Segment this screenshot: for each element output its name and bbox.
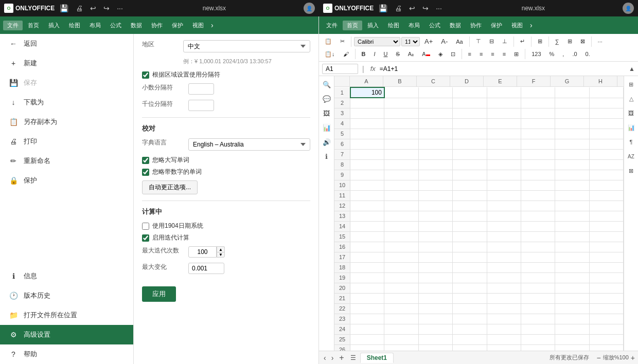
right-undo-btn[interactable]: ↩ [407, 3, 417, 13]
subscript-btn[interactable]: A₂ [404, 49, 417, 59]
left-tab-view[interactable]: 视图 [188, 21, 208, 30]
ignore-uppercase-checkbox[interactable] [142, 157, 149, 164]
align-right-btn[interactable]: ≡ [487, 49, 498, 59]
left-tab-insert[interactable]: 插入 [44, 21, 64, 30]
decimal-sep-input[interactable] [188, 83, 214, 95]
right-tab-layout[interactable]: 布局 [404, 21, 424, 30]
cell-h1[interactable] [589, 87, 623, 98]
iterative-checkbox[interactable] [142, 234, 149, 242]
italic-btn[interactable]: I [370, 49, 379, 59]
decimal-inc-btn[interactable]: .0 [569, 49, 580, 59]
right-tab-data[interactable]: 数据 [446, 21, 465, 30]
right-print-btn[interactable]: 🖨 [393, 3, 404, 13]
left-tab-formula[interactable]: 公式 [106, 21, 126, 30]
percent-btn[interactable]: % [546, 49, 558, 59]
right-tab-formula[interactable]: 公式 [425, 21, 445, 30]
right-table-btn[interactable]: ⊞ [625, 78, 637, 90]
use-separator-checkbox[interactable] [142, 71, 149, 79]
cell-d1[interactable] [453, 87, 487, 98]
cell-f1[interactable] [521, 87, 555, 98]
right-save-btn[interactable]: 💾 [377, 3, 389, 13]
clear-btn[interactable]: ⊠ [577, 37, 589, 46]
font-size-select[interactable]: 11 [401, 37, 420, 46]
right-tab-file[interactable]: 文件 [322, 21, 342, 30]
right-tab-collab[interactable]: 协作 [466, 21, 486, 30]
max-iter-up[interactable]: ▲ [217, 246, 225, 252]
chart-sidebar-btn[interactable]: 📊 [321, 121, 333, 134]
dict-lang-select[interactable]: English – Australia [188, 138, 310, 151]
border-btn[interactable]: ⊡ [447, 49, 459, 59]
zoom-in-btn[interactable]: + [631, 354, 635, 362]
ignore-numbers-checkbox[interactable] [142, 169, 149, 176]
left-print-btn[interactable]: 🖨 [74, 3, 85, 13]
left-redo-btn[interactable]: ↪ [101, 3, 112, 13]
cell-c1[interactable] [418, 87, 452, 98]
sidebar-item-new[interactable]: + 新建 [0, 53, 133, 73]
max-change-input[interactable] [188, 263, 224, 274]
right-more-btn[interactable]: ··· [434, 3, 444, 13]
right-table2-btn[interactable]: ⊠ [625, 165, 637, 177]
left-tab-more[interactable]: › [209, 21, 216, 29]
formula-input[interactable] [380, 65, 627, 72]
region-select[interactable]: 中文 [183, 40, 310, 52]
sheet-tab-1[interactable]: Sheet1 [360, 353, 394, 363]
clipboard-btn[interactable]: 📋 [321, 37, 335, 46]
merge-btn[interactable]: ⊞ [534, 37, 546, 46]
formula-expand-btn[interactable]: ▲ [629, 65, 635, 72]
right-az-btn[interactable]: AZ [625, 150, 637, 162]
left-save-btn[interactable]: 💾 [58, 3, 70, 13]
right-tab-more[interactable]: › [528, 21, 535, 29]
info-sidebar-btn[interactable]: ℹ [321, 150, 333, 162]
max-iter-down[interactable]: ▼ [217, 252, 225, 258]
speaker-sidebar-btn[interactable]: 🔊 [321, 136, 333, 148]
search-sidebar-btn[interactable]: 🔍 [321, 78, 333, 90]
cell-e1[interactable] [487, 87, 521, 98]
left-tab-data[interactable]: 数据 [127, 21, 146, 30]
cell-a1[interactable]: 100 [350, 87, 384, 98]
max-iter-input[interactable] [188, 246, 217, 258]
align-left-btn[interactable]: ≡ [465, 49, 475, 59]
scroll-left-tab-btn[interactable]: ‹ [322, 354, 328, 362]
highlight-btn[interactable]: ◈ [435, 49, 446, 59]
sidebar-item-print[interactable]: 🖨 打印 [0, 132, 133, 151]
font-increase-btn[interactable]: A+ [421, 36, 436, 47]
font-family-select[interactable]: Calibri [354, 37, 400, 46]
font-color-btn[interactable]: A [418, 49, 433, 59]
bold-btn[interactable]: B [358, 49, 369, 59]
left-tab-protect[interactable]: 保护 [168, 21, 187, 30]
sheet-list-btn[interactable]: ☰ [348, 354, 358, 361]
right-chart-btn[interactable]: 📊 [625, 121, 637, 134]
right-shapes-btn[interactable]: △ [625, 93, 637, 105]
right-tab-home[interactable]: 首页 [343, 21, 362, 30]
paste-special-btn[interactable]: 📋↓ [321, 49, 339, 59]
align-top-btn[interactable]: ⊤ [472, 37, 485, 46]
number-format-btn[interactable]: 123 [528, 49, 544, 59]
sum-btn[interactable]: ∑ [552, 37, 563, 46]
apply-button[interactable]: 应用 [142, 286, 176, 302]
comment-sidebar-btn[interactable]: 💬 [321, 93, 333, 105]
right-para-btn[interactable]: ¶ [625, 136, 637, 148]
left-more-btn[interactable]: ··· [115, 3, 125, 13]
align-middle-btn[interactable]: ⊟ [486, 37, 498, 46]
thousands-sep-input[interactable] [188, 100, 214, 111]
cell-ref-input[interactable] [322, 64, 358, 74]
strikethrough-btn[interactable]: S [392, 49, 403, 59]
sidebar-item-info[interactable]: ℹ 信息 [0, 266, 133, 286]
scroll-right-tab-btn[interactable]: › [330, 354, 335, 362]
right-tab-draw[interactable]: 绘图 [384, 21, 403, 30]
sidebar-item-help[interactable]: ? 帮助 [0, 344, 133, 364]
right-tab-insert[interactable]: 插入 [363, 21, 383, 30]
font-decrease-btn[interactable]: A- [437, 36, 451, 47]
sidebar-item-rename[interactable]: ✏ 重新命名 [0, 151, 133, 171]
left-tab-layout[interactable]: 布局 [85, 21, 105, 30]
format-painter-btn[interactable]: 🖌 [340, 49, 352, 59]
left-undo-btn[interactable]: ↩ [88, 3, 98, 13]
comma-btn[interactable]: , [559, 49, 568, 59]
sidebar-item-advanced[interactable]: ⚙ 高级设置 [0, 325, 133, 344]
indent-btn[interactable]: ⊞ [510, 49, 522, 59]
right-tab-view[interactable]: 视图 [507, 21, 527, 30]
fill-btn[interactable]: ⊞ [564, 37, 576, 46]
sidebar-item-protect[interactable]: 🔒 保护 [0, 171, 133, 190]
decimal-dec-btn[interactable]: 0. [582, 49, 594, 59]
left-tab-collab[interactable]: 协作 [147, 21, 167, 30]
